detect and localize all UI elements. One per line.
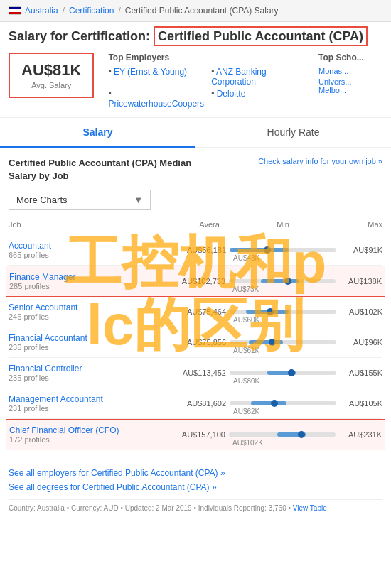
bar-min: AU$43K (233, 254, 259, 262)
breadcrumb-mid[interactable]: Certification (69, 6, 114, 16)
bar-track (230, 340, 336, 344)
job-rows: Accountant 665 profiles AU$56,181 AU$43K… (9, 235, 382, 450)
col-header-range: Min (226, 220, 340, 229)
employer-1[interactable]: EY (Ernst & Young) (108, 67, 204, 87)
table-row: Financial Accountant 236 profiles AU$75,… (9, 327, 382, 358)
job-max: AU$155K (340, 369, 382, 377)
job-info: Accountant 665 profiles (9, 241, 169, 259)
bar-dot (284, 278, 291, 285)
job-avg: AU$81,602 (169, 399, 226, 408)
content: Certified Public Accountant (CPA) Median… (0, 148, 391, 521)
job-name[interactable]: Management Accountant (9, 394, 169, 404)
section-link[interactable]: Check salary info for your own job » (258, 157, 382, 165)
job-info: Chief Financial Officer (CFO) 172 profil… (9, 425, 168, 444)
australia-flag (9, 6, 21, 15)
bar-track (230, 401, 336, 405)
employer-2[interactable]: ANZ Banking Corporation (211, 67, 304, 87)
employer-4[interactable]: Deloitte (211, 89, 304, 109)
bar-fill (230, 248, 289, 252)
salary-box: AU$81K Avg. Salary (9, 53, 94, 98)
job-max: AU$102K (340, 307, 382, 316)
job-info: Senior Accountant 246 profiles (9, 303, 169, 321)
job-info: Financial Controller 235 profiles (9, 364, 169, 382)
job-name[interactable]: Senior Accountant (9, 303, 169, 312)
job-avg: AU$75,464 (169, 307, 226, 316)
job-info: Financial Accountant 236 profiles (9, 333, 169, 352)
view-table-link[interactable]: View Table (293, 504, 327, 512)
footer-text: Country: Australia • Currency: AUD • Upd… (9, 504, 293, 512)
salary-bar: AU$80K (226, 366, 340, 379)
bar-min: AU$62K (233, 408, 259, 415)
job-profiles: 231 profiles (9, 404, 169, 413)
salary-bar: AU$60K (226, 305, 340, 318)
school-2[interactable]: Univers...Melbo... (318, 77, 382, 94)
bar-min: AU$73K (232, 285, 259, 293)
salary-bar: AU$62K (226, 397, 340, 410)
bar-min: AU$61K (233, 347, 259, 354)
job-profiles: 285 profiles (9, 282, 168, 290)
more-charts-dropdown[interactable]: More Charts ▼ (9, 190, 151, 210)
bar-fill (249, 340, 283, 344)
degrees-link[interactable]: See all degrees for Certified Public Acc… (9, 482, 382, 492)
top-info: AU$81K Avg. Salary Top Employers EY (Ern… (0, 53, 391, 118)
bar-dot (264, 246, 271, 254)
job-info: Finance Manager 285 profiles (9, 272, 168, 290)
bottom-links: See all employers for Certified Public A… (9, 462, 382, 492)
tab-salary[interactable]: Salary (0, 118, 196, 148)
job-avg: AU$157,100 (168, 430, 225, 439)
salary-bar: AU$73K (225, 275, 339, 288)
breadcrumb-home[interactable]: Australia (9, 6, 58, 16)
job-name[interactable]: Financial Controller (9, 364, 169, 374)
job-max: AU$138K (339, 277, 382, 285)
employers-section: Top Employers EY (Ernst & Young) ANZ Ban… (108, 53, 304, 109)
breadcrumb-sep2: / (118, 6, 120, 16)
bar-dot (267, 308, 274, 315)
bar-fill (261, 279, 299, 283)
job-avg: AU$75,856 (169, 338, 226, 347)
salary-bar: AU$43K (226, 244, 340, 256)
bar-dot (269, 339, 276, 346)
section-header: Certified Public Accountant (CPA) Median… (9, 157, 382, 183)
breadcrumb: Australia / Certification / Certified Pu… (0, 0, 391, 22)
breadcrumb-sep1: / (63, 6, 65, 16)
table-header: Job Avera... Min Max (9, 217, 382, 232)
schools-title: Top Scho... (318, 53, 382, 62)
job-name[interactable]: Accountant (9, 241, 169, 251)
section-title: Certified Public Accountant (CPA) Median… (9, 157, 214, 183)
table-row: Senior Accountant 246 profiles AU$75,464… (9, 297, 382, 327)
col-header-job: Job (9, 220, 169, 229)
schools-section: Top Scho... Monas... Univers...Melbo... (318, 53, 382, 97)
employers-link[interactable]: See all employers for Certified Public A… (9, 468, 382, 478)
job-profiles: 665 profiles (9, 251, 169, 259)
certification-name: Certified Public Accountant (CPA) (154, 26, 368, 46)
bar-min: AU$102K (232, 439, 263, 447)
bar-dot (271, 400, 278, 407)
table-row: Financial Controller 235 profiles AU$113… (9, 358, 382, 388)
job-name[interactable]: Chief Financial Officer (CFO) (9, 425, 168, 435)
dropdown-arrow: ▼ (134, 195, 143, 205)
bar-min: AU$80K (233, 377, 259, 385)
job-name[interactable]: Financial Accountant (9, 333, 169, 343)
bar-track (230, 310, 336, 314)
employers-grid: EY (Ernst & Young) ANZ Banking Corporati… (108, 67, 304, 109)
tab-hourly[interactable]: Hourly Rate (196, 118, 391, 147)
footer: Country: Australia • Currency: AUD • Upd… (9, 499, 382, 512)
job-name[interactable]: Finance Manager (9, 272, 168, 282)
salary-bar: AU$102K (225, 428, 339, 441)
table-row: Management Accountant 231 profiles AU$81… (9, 388, 382, 419)
employer-3[interactable]: PricewaterhouseCoopers (108, 89, 204, 109)
job-avg: AU$56,181 (169, 246, 226, 254)
page-title: Salary for Certification: Certified Publ… (9, 29, 382, 44)
bar-dot (288, 369, 295, 376)
job-profiles: 172 profiles (9, 435, 168, 444)
bar-track (230, 248, 336, 252)
col-header-avg: Avera... (169, 220, 226, 229)
school-1[interactable]: Monas... (318, 67, 382, 75)
tabs: Salary Hourly Rate (0, 118, 391, 148)
salary-amount: AU$81K (21, 61, 81, 80)
table-row: Accountant 665 profiles AU$56,181 AU$43K… (9, 235, 382, 266)
job-info: Management Accountant 231 profiles (9, 394, 169, 413)
bar-min: AU$60K (233, 316, 259, 324)
job-profiles: 235 profiles (9, 374, 169, 382)
job-max: AU$96K (340, 338, 382, 347)
